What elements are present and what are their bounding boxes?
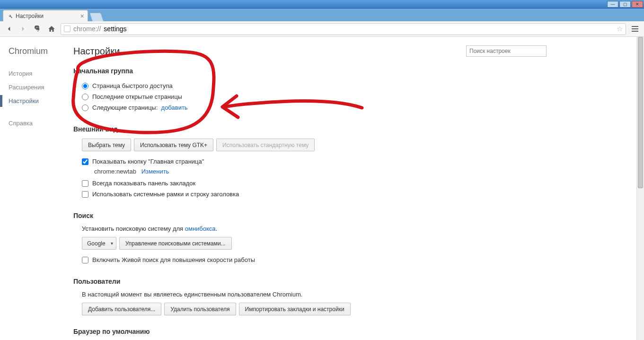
section-search-title: Поиск: [73, 212, 618, 219]
section-defaultbrowser: Браузер по умолчанию В настоящий момент …: [73, 328, 618, 340]
url-path: settings: [104, 25, 126, 33]
home-button[interactable]: [46, 24, 57, 34]
back-button[interactable]: [4, 24, 14, 34]
window-maximize-button[interactable]: ▢: [619, 1, 631, 8]
section-appearance-title: Внешний вид: [73, 125, 618, 133]
omnibox[interactable]: chrome://settings ☆: [61, 23, 626, 35]
section-users: Пользователи В настоящий момент вы являе…: [73, 278, 618, 315]
sidebar-item-help[interactable]: Справка: [9, 116, 73, 130]
reload-button[interactable]: [32, 24, 43, 34]
window-titlebar: — ▢ ✕: [0, 0, 644, 9]
settings-main: Настройки Начальная группа Страница быст…: [73, 37, 636, 340]
new-tab-button[interactable]: [89, 13, 104, 21]
section-defaultbrowser-title: Браузер по умолчанию: [73, 328, 618, 335]
home-value: chrome:newtab: [94, 168, 136, 175]
bookmarks-bar-check[interactable]: Всегда показывать панель закладок: [73, 178, 618, 189]
section-appearance: Внешний вид Выбрать тему Использовать те…: [73, 125, 618, 200]
sidebar-item-extensions[interactable]: Расширения: [9, 80, 73, 94]
url-scheme: chrome://: [73, 25, 101, 33]
search-engine-select[interactable]: Google: [82, 237, 116, 250]
bookmarks-bar-check-label: Всегда показывать панель закладок: [92, 180, 195, 187]
instant-check-input[interactable]: [82, 257, 88, 263]
tab-title: Настройки: [16, 13, 44, 19]
scrollbar-thumb[interactable]: [638, 37, 643, 188]
section-users-title: Пользователи: [73, 278, 618, 285]
bookmark-star-icon[interactable]: ☆: [617, 25, 623, 33]
settings-sidebar: Chromium История Расширения Настройки Сп…: [0, 37, 73, 340]
startup-radio-pages-input[interactable]: [82, 105, 88, 111]
browser-toolbar: chrome://settings ☆: [0, 21, 644, 37]
startup-radio-newtab-input[interactable]: [82, 83, 88, 89]
startup-radio-newtab[interactable]: Страница быстрого доступа: [73, 80, 618, 91]
home-button-check[interactable]: Показывать кнопку "Главная страница": [73, 156, 618, 167]
section-startup: Начальная группа Страница быстрого досту…: [73, 67, 618, 113]
search-desc: Установить поисковую систему для: [82, 225, 185, 232]
startup-radio-continue[interactable]: Последние открытые страницы: [73, 91, 618, 102]
startup-add-pages-link[interactable]: добавить: [161, 104, 188, 111]
import-button[interactable]: Импортировать закладки и настройки: [239, 303, 351, 315]
instant-check[interactable]: Включить Живой поиск для повышения скоро…: [73, 254, 618, 265]
section-startup-title: Начальная группа: [73, 67, 618, 75]
window-minimize-button[interactable]: —: [607, 1, 618, 8]
home-change-link[interactable]: Изменить: [141, 168, 169, 175]
startup-radio-pages[interactable]: Следующие страницы: добавить: [73, 102, 618, 113]
search-engine-value: Google: [87, 240, 106, 247]
sidebar-item-history[interactable]: История: [9, 67, 73, 80]
system-frames-check-label: Использовать системные рамки и строку за…: [92, 191, 239, 198]
system-frames-check[interactable]: Использовать системные рамки и строку за…: [73, 189, 618, 200]
settings-search-input[interactable]: [466, 45, 547, 57]
instant-check-label: Включить Живой поиск для повышения скоро…: [92, 256, 255, 263]
system-frames-check-input[interactable]: [82, 191, 88, 198]
chrome-menu-button[interactable]: [630, 24, 640, 34]
delete-user-button[interactable]: Удалить пользователя: [164, 303, 236, 315]
choose-theme-button[interactable]: Выбрать тему: [82, 139, 131, 151]
add-user-button[interactable]: Добавить пользователя...: [82, 303, 161, 315]
startup-radio-newtab-label: Страница быстрого доступа: [92, 82, 173, 89]
startup-radio-continue-input[interactable]: [82, 94, 88, 100]
bookmarks-bar-check-input[interactable]: [82, 180, 88, 187]
section-search: Поиск Установить поисковую систему для о…: [73, 212, 618, 265]
startup-radio-continue-label: Последние открытые страницы: [92, 93, 182, 100]
tab-strip: Настройки ✕: [0, 9, 644, 21]
tab-close-icon[interactable]: ✕: [80, 14, 84, 18]
users-desc: В настоящий момент вы являетесь единстве…: [73, 291, 618, 298]
sidebar-item-settings[interactable]: Настройки: [9, 94, 73, 108]
page-title: Настройки: [73, 46, 120, 57]
gtk-theme-button[interactable]: Использовать тему GTK+: [134, 139, 213, 151]
tab-settings[interactable]: Настройки ✕: [3, 10, 88, 21]
standard-theme-button: Использовать стандартную тему: [216, 139, 315, 151]
vertical-scrollbar[interactable]: [636, 37, 644, 340]
page-icon: [64, 26, 71, 32]
app-name: Chromium: [9, 46, 73, 56]
forward-button[interactable]: [18, 24, 28, 34]
manage-engines-button[interactable]: Управление поисковыми системами...: [119, 237, 232, 250]
startup-radio-pages-label: Следующие страницы:: [92, 104, 158, 111]
omnibox-link[interactable]: омнибокса: [185, 225, 216, 232]
window-close-button[interactable]: ✕: [632, 1, 643, 8]
home-button-check-label: Показывать кнопку "Главная страница": [92, 158, 204, 165]
wrench-icon: [7, 13, 13, 19]
home-button-check-input[interactable]: [82, 158, 88, 165]
